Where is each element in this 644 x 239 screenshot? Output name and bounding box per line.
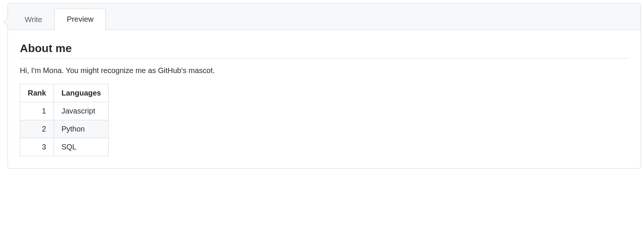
- tab-preview[interactable]: Preview: [54, 9, 106, 30]
- table-row: 3 SQL: [20, 138, 109, 156]
- language-cell: Python: [54, 120, 109, 138]
- table-row: 1 Javascript: [20, 102, 109, 120]
- intro-paragraph: Hi, I'm Mona. You might recognize me as …: [20, 66, 629, 75]
- rank-cell: 3: [20, 138, 54, 156]
- editor-tabs: Write Preview: [8, 3, 641, 30]
- table-row: 2 Python: [20, 120, 109, 138]
- language-cell: SQL: [54, 138, 109, 156]
- rank-cell: 1: [20, 102, 54, 120]
- markdown-editor: Write Preview About me Hi, I'm Mona. You…: [7, 3, 641, 169]
- header-languages: Languages: [54, 84, 109, 102]
- languages-table: Rank Languages 1 Javascript 2 Python 3 S…: [20, 84, 109, 156]
- preview-pane: About me Hi, I'm Mona. You might recogni…: [8, 30, 641, 168]
- rank-cell: 2: [20, 120, 54, 138]
- tab-write[interactable]: Write: [12, 9, 54, 30]
- header-rank: Rank: [20, 84, 54, 102]
- table-header-row: Rank Languages: [20, 84, 109, 102]
- language-cell: Javascript: [54, 102, 109, 120]
- page-heading: About me: [20, 42, 629, 59]
